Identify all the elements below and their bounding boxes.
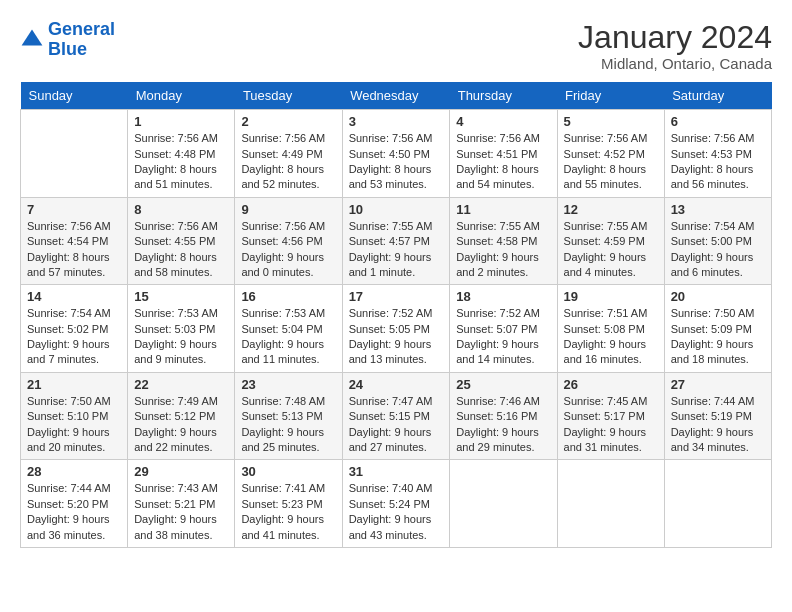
- day-number: 24: [349, 377, 444, 392]
- calendar-table: Sunday Monday Tuesday Wednesday Thursday…: [20, 82, 772, 548]
- day-number: 9: [241, 202, 335, 217]
- calendar-week-row: 14Sunrise: 7:54 AM Sunset: 5:02 PM Dayli…: [21, 285, 772, 373]
- table-row: 23Sunrise: 7:48 AM Sunset: 5:13 PM Dayli…: [235, 372, 342, 460]
- table-row: 14Sunrise: 7:54 AM Sunset: 5:02 PM Dayli…: [21, 285, 128, 373]
- day-info: Sunrise: 7:55 AM Sunset: 4:57 PM Dayligh…: [349, 219, 444, 281]
- day-info: Sunrise: 7:49 AM Sunset: 5:12 PM Dayligh…: [134, 394, 228, 456]
- day-number: 28: [27, 464, 121, 479]
- day-number: 22: [134, 377, 228, 392]
- day-number: 16: [241, 289, 335, 304]
- day-info: Sunrise: 7:41 AM Sunset: 5:23 PM Dayligh…: [241, 481, 335, 543]
- day-info: Sunrise: 7:53 AM Sunset: 5:03 PM Dayligh…: [134, 306, 228, 368]
- day-number: 15: [134, 289, 228, 304]
- table-row: 26Sunrise: 7:45 AM Sunset: 5:17 PM Dayli…: [557, 372, 664, 460]
- calendar-week-row: 28Sunrise: 7:44 AM Sunset: 5:20 PM Dayli…: [21, 460, 772, 548]
- day-info: Sunrise: 7:55 AM Sunset: 4:58 PM Dayligh…: [456, 219, 550, 281]
- day-info: Sunrise: 7:51 AM Sunset: 5:08 PM Dayligh…: [564, 306, 658, 368]
- day-info: Sunrise: 7:56 AM Sunset: 4:53 PM Dayligh…: [671, 131, 765, 193]
- logo-icon: [20, 28, 44, 52]
- table-row: 4Sunrise: 7:56 AM Sunset: 4:51 PM Daylig…: [450, 110, 557, 198]
- calendar-header-row: Sunday Monday Tuesday Wednesday Thursday…: [21, 82, 772, 110]
- day-info: Sunrise: 7:56 AM Sunset: 4:50 PM Dayligh…: [349, 131, 444, 193]
- table-row: 31Sunrise: 7:40 AM Sunset: 5:24 PM Dayli…: [342, 460, 450, 548]
- day-number: 20: [671, 289, 765, 304]
- day-info: Sunrise: 7:52 AM Sunset: 5:07 PM Dayligh…: [456, 306, 550, 368]
- day-info: Sunrise: 7:50 AM Sunset: 5:09 PM Dayligh…: [671, 306, 765, 368]
- day-number: 18: [456, 289, 550, 304]
- day-info: Sunrise: 7:56 AM Sunset: 4:48 PM Dayligh…: [134, 131, 228, 193]
- page-subtitle: Midland, Ontario, Canada: [578, 55, 772, 72]
- day-info: Sunrise: 7:55 AM Sunset: 4:59 PM Dayligh…: [564, 219, 658, 281]
- calendar-week-row: 1Sunrise: 7:56 AM Sunset: 4:48 PM Daylig…: [21, 110, 772, 198]
- table-row: 5Sunrise: 7:56 AM Sunset: 4:52 PM Daylig…: [557, 110, 664, 198]
- day-number: 4: [456, 114, 550, 129]
- calendar-week-row: 7Sunrise: 7:56 AM Sunset: 4:54 PM Daylig…: [21, 197, 772, 285]
- table-row: 22Sunrise: 7:49 AM Sunset: 5:12 PM Dayli…: [128, 372, 235, 460]
- day-info: Sunrise: 7:54 AM Sunset: 5:00 PM Dayligh…: [671, 219, 765, 281]
- day-number: 31: [349, 464, 444, 479]
- logo: General Blue: [20, 20, 115, 60]
- table-row: 21Sunrise: 7:50 AM Sunset: 5:10 PM Dayli…: [21, 372, 128, 460]
- table-row: [664, 460, 771, 548]
- table-row: 2Sunrise: 7:56 AM Sunset: 4:49 PM Daylig…: [235, 110, 342, 198]
- day-number: 1: [134, 114, 228, 129]
- col-tuesday: Tuesday: [235, 82, 342, 110]
- table-row: 19Sunrise: 7:51 AM Sunset: 5:08 PM Dayli…: [557, 285, 664, 373]
- table-row: 1Sunrise: 7:56 AM Sunset: 4:48 PM Daylig…: [128, 110, 235, 198]
- day-number: 27: [671, 377, 765, 392]
- table-row: 16Sunrise: 7:53 AM Sunset: 5:04 PM Dayli…: [235, 285, 342, 373]
- table-row: 7Sunrise: 7:56 AM Sunset: 4:54 PM Daylig…: [21, 197, 128, 285]
- day-info: Sunrise: 7:43 AM Sunset: 5:21 PM Dayligh…: [134, 481, 228, 543]
- col-saturday: Saturday: [664, 82, 771, 110]
- day-number: 25: [456, 377, 550, 392]
- table-row: 13Sunrise: 7:54 AM Sunset: 5:00 PM Dayli…: [664, 197, 771, 285]
- day-info: Sunrise: 7:56 AM Sunset: 4:54 PM Dayligh…: [27, 219, 121, 281]
- day-number: 3: [349, 114, 444, 129]
- day-number: 26: [564, 377, 658, 392]
- day-info: Sunrise: 7:44 AM Sunset: 5:19 PM Dayligh…: [671, 394, 765, 456]
- day-number: 7: [27, 202, 121, 217]
- header: General Blue January 2024 Midland, Ontar…: [20, 20, 772, 72]
- table-row: [557, 460, 664, 548]
- col-sunday: Sunday: [21, 82, 128, 110]
- day-number: 5: [564, 114, 658, 129]
- title-block: January 2024 Midland, Ontario, Canada: [578, 20, 772, 72]
- col-monday: Monday: [128, 82, 235, 110]
- table-row: 8Sunrise: 7:56 AM Sunset: 4:55 PM Daylig…: [128, 197, 235, 285]
- table-row: 12Sunrise: 7:55 AM Sunset: 4:59 PM Dayli…: [557, 197, 664, 285]
- day-number: 23: [241, 377, 335, 392]
- day-info: Sunrise: 7:44 AM Sunset: 5:20 PM Dayligh…: [27, 481, 121, 543]
- page-title: January 2024: [578, 20, 772, 55]
- table-row: 15Sunrise: 7:53 AM Sunset: 5:03 PM Dayli…: [128, 285, 235, 373]
- col-thursday: Thursday: [450, 82, 557, 110]
- table-row: 6Sunrise: 7:56 AM Sunset: 4:53 PM Daylig…: [664, 110, 771, 198]
- day-info: Sunrise: 7:53 AM Sunset: 5:04 PM Dayligh…: [241, 306, 335, 368]
- table-row: [21, 110, 128, 198]
- day-info: Sunrise: 7:48 AM Sunset: 5:13 PM Dayligh…: [241, 394, 335, 456]
- day-number: 21: [27, 377, 121, 392]
- day-number: 17: [349, 289, 444, 304]
- day-info: Sunrise: 7:46 AM Sunset: 5:16 PM Dayligh…: [456, 394, 550, 456]
- day-info: Sunrise: 7:45 AM Sunset: 5:17 PM Dayligh…: [564, 394, 658, 456]
- table-row: 20Sunrise: 7:50 AM Sunset: 5:09 PM Dayli…: [664, 285, 771, 373]
- table-row: 29Sunrise: 7:43 AM Sunset: 5:21 PM Dayli…: [128, 460, 235, 548]
- table-row: 10Sunrise: 7:55 AM Sunset: 4:57 PM Dayli…: [342, 197, 450, 285]
- table-row: 27Sunrise: 7:44 AM Sunset: 5:19 PM Dayli…: [664, 372, 771, 460]
- day-info: Sunrise: 7:40 AM Sunset: 5:24 PM Dayligh…: [349, 481, 444, 543]
- day-number: 11: [456, 202, 550, 217]
- col-wednesday: Wednesday: [342, 82, 450, 110]
- day-number: 19: [564, 289, 658, 304]
- day-info: Sunrise: 7:52 AM Sunset: 5:05 PM Dayligh…: [349, 306, 444, 368]
- day-number: 30: [241, 464, 335, 479]
- day-number: 13: [671, 202, 765, 217]
- table-row: 9Sunrise: 7:56 AM Sunset: 4:56 PM Daylig…: [235, 197, 342, 285]
- table-row: 3Sunrise: 7:56 AM Sunset: 4:50 PM Daylig…: [342, 110, 450, 198]
- day-info: Sunrise: 7:56 AM Sunset: 4:56 PM Dayligh…: [241, 219, 335, 281]
- table-row: [450, 460, 557, 548]
- table-row: 28Sunrise: 7:44 AM Sunset: 5:20 PM Dayli…: [21, 460, 128, 548]
- day-info: Sunrise: 7:47 AM Sunset: 5:15 PM Dayligh…: [349, 394, 444, 456]
- table-row: 24Sunrise: 7:47 AM Sunset: 5:15 PM Dayli…: [342, 372, 450, 460]
- table-row: 11Sunrise: 7:55 AM Sunset: 4:58 PM Dayli…: [450, 197, 557, 285]
- calendar-week-row: 21Sunrise: 7:50 AM Sunset: 5:10 PM Dayli…: [21, 372, 772, 460]
- day-number: 2: [241, 114, 335, 129]
